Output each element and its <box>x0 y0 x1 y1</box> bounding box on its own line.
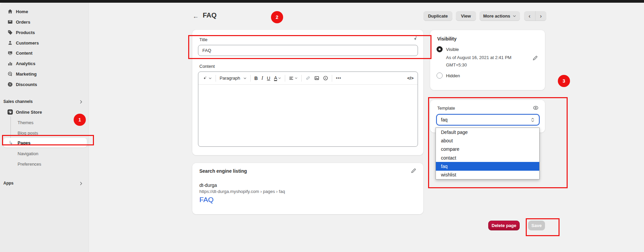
sidebar-item-online-store[interactable]: Online Store <box>4 107 85 117</box>
dropdown-option-about[interactable]: about <box>436 136 539 145</box>
editor-toolbar: Paragraph B I U A <box>198 72 418 85</box>
template-dropdown-list: Default page about compare contact faq w… <box>436 128 540 179</box>
dropdown-option-default-page[interactable]: Default page <box>436 128 539 136</box>
customers-icon <box>7 40 13 46</box>
bold-button[interactable]: B <box>254 76 258 81</box>
visible-note-line2: GMT+5:30 <box>446 62 467 67</box>
hidden-label[interactable]: Hidden <box>446 73 460 78</box>
template-select[interactable]: faq <box>436 114 540 125</box>
italic-button[interactable]: I <box>262 75 263 81</box>
chevron-down-icon <box>513 14 516 18</box>
chevron-right-icon[interactable] <box>79 100 83 104</box>
sidebar-item-home[interactable]: Home <box>4 7 85 16</box>
chevron-down-icon <box>295 77 298 80</box>
sidebar-item-customers[interactable]: Customers <box>4 38 85 48</box>
chevron-right-icon[interactable] <box>79 181 83 186</box>
edit-pencil-icon[interactable] <box>411 168 417 174</box>
paragraph-style-dropdown[interactable]: Paragraph <box>220 76 247 81</box>
sidebar-item-navigation[interactable]: Navigation <box>4 149 85 158</box>
text-color-button[interactable]: A <box>274 76 281 81</box>
back-button[interactable]: ← <box>191 12 200 21</box>
sidebar-item-label: Customers <box>16 40 39 46</box>
link-icon <box>305 76 311 81</box>
sidebar-item-discounts[interactable]: Discounts <box>4 80 85 89</box>
visibility-heading: Visibility <box>437 36 456 41</box>
more-options-button[interactable]: ••• <box>336 76 341 81</box>
select-updown-icon <box>530 117 535 122</box>
underline-button[interactable]: U <box>267 76 270 81</box>
toolbar-divider <box>250 75 251 82</box>
duplicate-button[interactable]: Duplicate <box>423 11 452 21</box>
home-icon <box>7 9 13 14</box>
delete-page-button[interactable]: Delete page <box>488 221 520 230</box>
sidebar-item-blog-posts[interactable]: Blog posts <box>4 128 85 138</box>
tree-arrow-icon: ↳ <box>9 140 15 146</box>
toolbar-divider <box>332 75 332 82</box>
insert-video-button[interactable] <box>323 76 328 81</box>
title-input[interactable] <box>198 45 418 56</box>
toolbar-divider <box>285 75 285 82</box>
seo-result-link[interactable]: FAQ <box>199 196 214 204</box>
seo-card: Search engine listing <box>192 163 423 214</box>
top-chrome-bar <box>0 0 644 3</box>
chevron-down-icon <box>278 77 281 80</box>
sidebar-item-label: Orders <box>16 20 30 25</box>
magic-ai-icon[interactable] <box>412 35 418 42</box>
edit-pencil-icon[interactable] <box>532 55 538 61</box>
apps-header[interactable]: Apps <box>3 181 14 186</box>
content-field-label: Content <box>199 64 215 69</box>
view-button[interactable]: View <box>456 11 476 21</box>
insert-link-button[interactable] <box>305 76 311 81</box>
sidebar-item-analytics[interactable]: Analytics <box>4 59 85 68</box>
template-select-value: faq <box>441 117 530 122</box>
alignment-button[interactable] <box>289 76 298 81</box>
paragraph-style-label: Paragraph <box>220 76 240 81</box>
sidebar-item-marketing[interactable]: Marketing <box>4 69 85 79</box>
insert-image-button[interactable] <box>314 76 319 81</box>
play-icon <box>323 76 328 81</box>
magic-write-button[interactable] <box>202 76 212 81</box>
visible-label[interactable]: Visible <box>446 47 459 52</box>
more-actions-button[interactable]: More actions <box>479 11 520 21</box>
sidebar-item-orders[interactable]: Orders <box>4 17 85 27</box>
toolbar-divider <box>301 75 302 82</box>
toolbar-divider <box>216 75 216 82</box>
rich-text-editor[interactable]: Paragraph B I U A <box>198 72 418 147</box>
annotation-step-3: 3 <box>558 75 570 87</box>
sidebar-item-content[interactable]: Content <box>4 48 85 58</box>
sidebar-item-themes[interactable]: Themes <box>4 118 85 127</box>
dropdown-option-faq-selected[interactable]: faq <box>436 162 539 170</box>
visibility-card: Visibility Visible As of August 16, 2021… <box>430 30 545 90</box>
text-color-label: A <box>274 76 277 81</box>
save-button[interactable]: Save <box>528 221 545 230</box>
editor-content-area[interactable] <box>198 85 418 147</box>
previous-page-button[interactable]: ‹ <box>524 11 535 21</box>
dropdown-option-contact[interactable]: contact <box>436 153 539 162</box>
dropdown-option-compare[interactable]: compare <box>436 145 539 153</box>
image-icon <box>314 76 319 81</box>
sales-channels-header[interactable]: Sales channels <box>3 99 33 104</box>
sidebar-item-products[interactable]: Products <box>4 28 85 37</box>
hidden-radio[interactable] <box>437 73 443 79</box>
title-field-label: Title <box>199 37 207 42</box>
visible-radio[interactable] <box>437 46 443 52</box>
chevron-down-icon <box>243 77 247 80</box>
page-title: FAQ <box>203 11 217 19</box>
sidebar-item-pages[interactable]: ↳ Pages <box>3 138 87 147</box>
sidebar-item-label: Discounts <box>16 82 37 87</box>
sidebar-item-label: Home <box>16 9 28 14</box>
sidebar-item-label: Analytics <box>16 61 35 66</box>
view-eye-icon[interactable] <box>532 105 539 111</box>
sidebar-item-label: Marketing <box>16 72 36 77</box>
chevron-down-icon <box>208 77 212 80</box>
sidebar-item-preferences[interactable]: Preferences <box>4 159 85 169</box>
discounts-icon <box>7 82 13 87</box>
template-heading: Template <box>437 106 455 111</box>
sidebar-item-label: Online Store <box>16 110 42 115</box>
next-page-button[interactable]: › <box>535 11 547 21</box>
seo-site-name: dt-durga <box>199 183 217 188</box>
show-html-button[interactable]: </> <box>407 76 414 81</box>
pagination-group: ‹ › <box>524 11 546 21</box>
seo-url: https://dt-durga.myshopify.com › pages ›… <box>199 189 285 194</box>
dropdown-option-wishlist[interactable]: wishlist <box>436 171 539 179</box>
